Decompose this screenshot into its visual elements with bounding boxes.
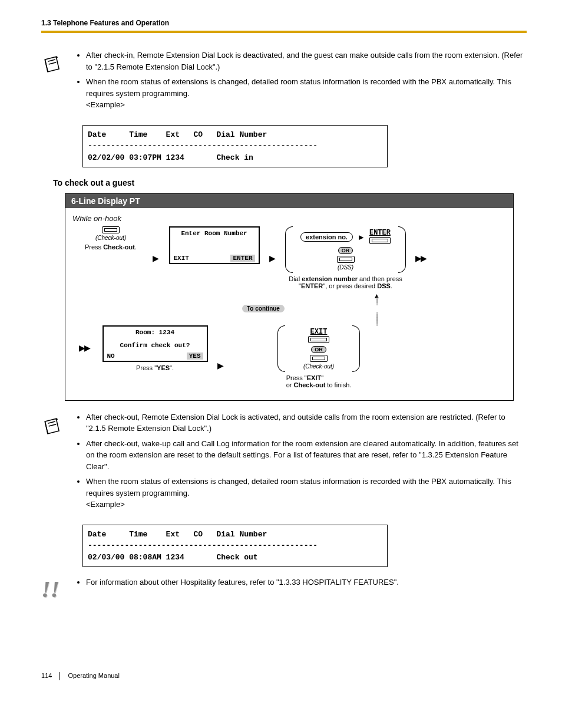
option-group-ext-dss: extension no. ▶ ENTER OR (DSS) <box>285 226 406 273</box>
screen-enter-room: Enter Room Number EXITENTER <box>169 226 260 264</box>
svg-line-0 <box>48 60 55 61</box>
flow-hint: While on-hook <box>72 214 506 223</box>
checkout-button-icon: (Check-out) <box>283 355 354 370</box>
arrow-icon: ▶ <box>359 233 363 241</box>
arrow-icon: ▶ <box>217 361 224 370</box>
press-exit-caption: Press "EXIT"or Check-out to finish. <box>286 374 352 388</box>
double-arrow-icon: ▶▶ <box>415 253 426 263</box>
to-continue-pill: To continue <box>242 305 285 312</box>
flow-connector: ║║║║ <box>248 314 506 324</box>
arrow-icon: ▶ <box>153 253 159 263</box>
page-number: 114 <box>41 672 58 679</box>
or-pill: OR <box>338 247 353 254</box>
svg-line-3 <box>48 421 55 423</box>
flow-title: 6-Line Display PT <box>65 194 513 208</box>
example-box-2: Date Time Ext CO Dial Number -----------… <box>82 525 388 568</box>
note1-bullet2: When the room status of extensions is ch… <box>86 76 527 111</box>
note-block-1: After check-in, Remote Extension Dial Lo… <box>41 50 527 114</box>
arrow-icon: ▶ <box>269 253 276 263</box>
dial-caption: Dial extension number and then press "EN… <box>279 275 412 289</box>
note-block-3: !! For information about other Hospitali… <box>41 577 527 601</box>
svg-point-2 <box>56 57 58 58</box>
note2-bullet2: After check-out, wake-up call and Call L… <box>86 438 527 473</box>
checkout-button-icon: (Check-out) <box>95 226 126 241</box>
option-group-exit: EXIT OR (Check-out) <box>277 325 360 372</box>
enter-softkey: ENTER <box>369 229 391 245</box>
press-yes-caption: Press "YES". <box>136 364 174 371</box>
note2-bullet1: After check-out, Remote Extension Dial L… <box>86 411 527 434</box>
sub-heading: To check out a guest <box>53 178 527 187</box>
note-icon <box>41 50 68 114</box>
svg-line-1 <box>49 62 57 64</box>
header-rule <box>41 31 527 33</box>
note-icon <box>41 411 68 514</box>
section-header: 1.3 Telephone Features and Operation <box>41 19 527 27</box>
note2-bullet3: When the room status of extensions is ch… <box>86 476 527 510</box>
page-footer: 114 Operating Manual <box>41 672 527 680</box>
note1-bullet1: After check-in, Remote Extension Dial Lo… <box>86 50 527 73</box>
note-block-2: After check-out, Remote Extension Dial L… <box>41 411 527 514</box>
flow-diagram: 6-Line Display PT While on-hook (Check-o… <box>65 193 514 401</box>
exit-softkey: EXIT <box>308 328 329 344</box>
svg-line-4 <box>49 424 57 426</box>
important-icon: !! <box>41 577 68 601</box>
double-arrow-icon: ▶▶ <box>79 343 90 353</box>
note3-bullet1: For information about other Hospitality … <box>86 577 399 588</box>
example-box-1: Date Time Ext CO Dial Number -----------… <box>82 125 388 168</box>
extension-no-label: extension no. <box>300 232 353 242</box>
press-checkout-caption: Press Check-out. <box>85 243 137 251</box>
or-pill: OR <box>311 346 326 353</box>
footer-label: Operating Manual <box>68 672 119 679</box>
dss-button-icon: (DSS) <box>291 256 400 271</box>
screen-confirm: Room: 1234 Confirm check out? NOYES <box>103 325 208 362</box>
svg-point-5 <box>56 418 58 420</box>
flow-connector: ▲║║ <box>248 294 506 304</box>
